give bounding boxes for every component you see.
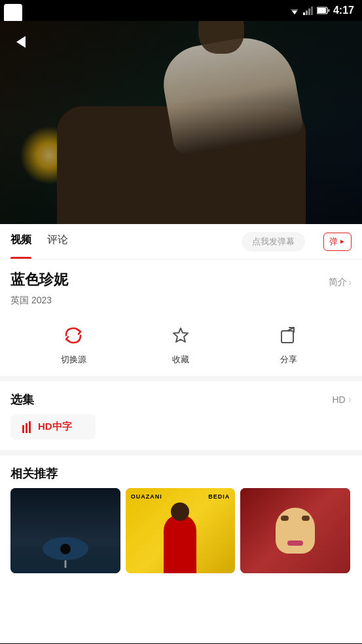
- card2-head: [171, 502, 189, 521]
- movie-info: 蓝色珍妮 简介 › 英国 2023: [0, 259, 362, 312]
- episodes-section-header: 选集 HD ›: [0, 381, 362, 414]
- card2-text: OUAZANI BEDIA: [131, 493, 230, 500]
- related-card-1[interactable]: [10, 488, 120, 573]
- status-time: 4:17: [333, 5, 354, 16]
- movie-title: 蓝色珍妮: [10, 270, 68, 290]
- card2-figure: [164, 514, 196, 573]
- svg-rect-12: [26, 423, 27, 433]
- collect-icon: [168, 322, 194, 349]
- svg-rect-2: [303, 12, 305, 15]
- related-grid: OUAZANI BEDIA: [0, 488, 362, 584]
- related-header: 相关推荐: [0, 455, 362, 488]
- back-button[interactable]: [9, 30, 33, 54]
- status-icons: 4:17: [289, 5, 354, 16]
- svg-rect-8: [328, 9, 330, 12]
- movie-meta-row: 蓝色珍妮 简介 ›: [10, 270, 352, 295]
- related-card-3-img: [240, 488, 350, 573]
- episode-chip-hd[interactable]: HD中字: [10, 414, 96, 440]
- back-arrow-icon: [16, 36, 26, 48]
- danmu-button[interactable]: 弹: [323, 233, 352, 251]
- svg-rect-3: [306, 10, 308, 15]
- svg-rect-5: [311, 7, 313, 15]
- card1-eye: [43, 537, 88, 560]
- episodes-title: 选集: [10, 392, 34, 407]
- svg-rect-10: [281, 331, 293, 343]
- switch-source-label: 切换源: [61, 354, 86, 366]
- related-section: 相关推荐 OUAZANI BEDIA: [0, 450, 362, 584]
- intro-button[interactable]: 简介 ›: [329, 276, 352, 288]
- share-label: 分享: [280, 354, 297, 366]
- content-area: 视频 评论 点我发弹幕 弹 蓝色珍妮 简介 › 英国 2023: [0, 224, 362, 643]
- related-card-2[interactable]: OUAZANI BEDIA: [126, 488, 236, 573]
- related-card-1-img: [10, 488, 120, 573]
- card3-mouth: [287, 540, 303, 546]
- status-bar: 4:17: [0, 0, 362, 21]
- video-player: [0, 21, 362, 224]
- person-head: [198, 21, 244, 54]
- tab-comments[interactable]: 评论: [47, 224, 68, 259]
- tabs-bar: 视频 评论 点我发弹幕 弹: [0, 224, 362, 259]
- svg-rect-13: [29, 421, 31, 433]
- danmu-input-area[interactable]: 点我发弹幕: [242, 232, 305, 252]
- svg-rect-11: [22, 425, 24, 433]
- tab-video[interactable]: 视频: [10, 224, 31, 259]
- battery-icon: [317, 7, 330, 14]
- bar-chart-icon: [22, 421, 33, 433]
- card1-pupil: [60, 544, 71, 554]
- switch-source-icon: [60, 322, 86, 349]
- movie-meta: 英国 2023: [10, 295, 352, 307]
- action-row: 切换源 收藏 分享: [0, 312, 362, 381]
- movie-year: 2023: [31, 295, 52, 305]
- svg-marker-1: [292, 11, 297, 15]
- video-scene: [0, 21, 362, 224]
- episode-label: HD中字: [38, 421, 72, 433]
- svg-rect-4: [308, 9, 310, 15]
- card2-label1: OUAZANI: [131, 493, 162, 500]
- card2-label2: BEDIA: [208, 493, 230, 500]
- signal-icon: [303, 6, 314, 15]
- share-button[interactable]: 分享: [262, 322, 315, 366]
- episodes-meta[interactable]: HD ›: [332, 394, 352, 406]
- episodes-chevron-icon: ›: [348, 394, 352, 406]
- related-card-3[interactable]: [240, 488, 350, 573]
- card3-eye-left: [281, 516, 289, 521]
- svg-marker-9: [340, 240, 344, 244]
- related-card-2-img: OUAZANI BEDIA: [126, 488, 236, 573]
- danmu-arrow-icon: [339, 238, 346, 245]
- danmu-placeholder: 点我发弹幕: [252, 236, 295, 248]
- wifi-icon: [289, 6, 300, 15]
- card3-eye-right: [302, 516, 310, 521]
- svg-rect-7: [317, 8, 326, 13]
- switch-source-button[interactable]: 切换源: [47, 322, 100, 366]
- chevron-right-icon: ›: [348, 276, 352, 288]
- movie-country: 英国: [10, 295, 29, 305]
- episodes-row: HD中字: [0, 414, 362, 450]
- card3-face: [276, 508, 315, 554]
- card1-tear: [64, 560, 66, 568]
- share-icon: [276, 322, 302, 349]
- collect-label: 收藏: [172, 354, 189, 366]
- collect-button[interactable]: 收藏: [154, 322, 207, 366]
- logo-square: [4, 4, 22, 22]
